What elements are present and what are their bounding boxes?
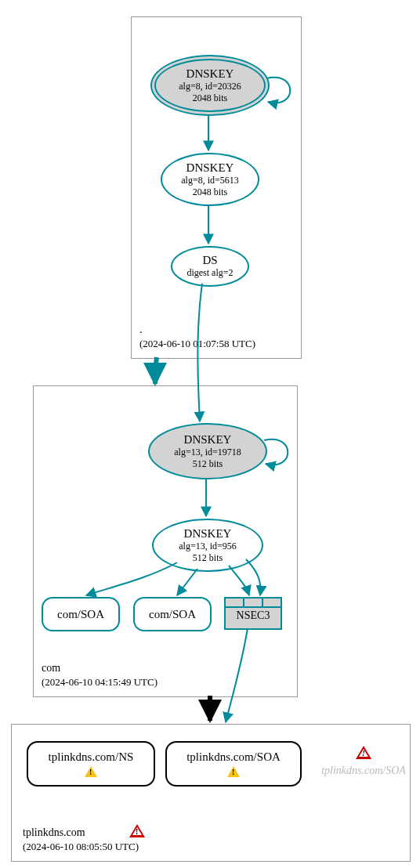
node-sub2: 512 bits [193, 458, 223, 470]
node-sub1: alg=8, id=20326 [179, 81, 241, 92]
zone-tpl-warning-icon [129, 824, 145, 841]
node-sub1: alg=8, id=5613 [181, 175, 239, 186]
node-title: DNSKEY [186, 67, 234, 81]
com-ksk-dnskey: DNSKEY alg=13, id=19718 512 bits [148, 423, 267, 479]
ghost-label: tplinkdns.com/SOA [321, 765, 406, 776]
node-title: tplinkdns.com/NS [49, 750, 134, 764]
zone-root-date: (2024-06-10 01:07:58 UTC) [139, 338, 255, 350]
tpl-ns: tplinkdns.com/NS [27, 741, 155, 787]
warning-icon [356, 746, 371, 759]
root-zsk-dnskey: DNSKEY alg=8, id=5613 2048 bits [161, 153, 259, 206]
com-nsec3: NSEC3 [224, 597, 282, 630]
root-ksk-dnskey: DNSKEY alg=8, id=20326 2048 bits [150, 55, 270, 116]
com-soa-2: com/SOA [133, 597, 212, 631]
nsec3-label: NSEC3 [226, 608, 281, 622]
warning-icon [227, 766, 240, 777]
tpl-soa-ghost: tplinkdns.com/SOA [317, 746, 411, 777]
node-title: tplinkdns.com/SOA [186, 750, 281, 764]
node-title: DNSKEY [184, 527, 232, 541]
node-sub2: 2048 bits [193, 186, 227, 198]
node-title: DNSKEY [186, 161, 234, 175]
node-title: DNSKEY [184, 433, 232, 447]
node-title: com/SOA [149, 608, 196, 621]
zone-root-label: . [139, 324, 143, 336]
root-ds: DS digest alg=2 [171, 246, 249, 287]
zone-tpl-date: (2024-06-10 08:05:50 UTC) [23, 841, 139, 853]
node-sub2: 512 bits [193, 552, 223, 564]
tpl-soa: tplinkdns.com/SOA [165, 741, 302, 787]
zone-com-label: com [42, 662, 60, 675]
node-title: DS [202, 254, 217, 267]
warning-icon [85, 766, 97, 777]
node-title: com/SOA [57, 608, 104, 621]
zone-com-date: (2024-06-10 04:15:49 UTC) [42, 676, 158, 689]
node-sub1: alg=13, id=956 [179, 541, 237, 552]
com-zsk-dnskey: DNSKEY alg=13, id=956 512 bits [152, 519, 263, 572]
zone-tpl-label: tplinkdns.com [23, 826, 85, 839]
node-sub1: digest alg=2 [186, 267, 233, 279]
node-sub1: alg=13, id=19718 [174, 447, 241, 458]
com-soa-1: com/SOA [42, 597, 120, 631]
node-sub2: 2048 bits [193, 92, 227, 104]
